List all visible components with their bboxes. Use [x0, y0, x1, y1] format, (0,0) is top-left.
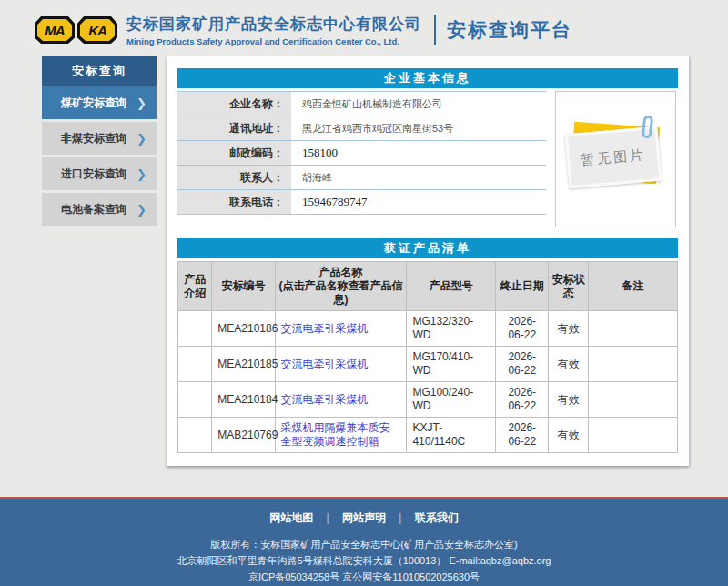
product-row: MEA210186 交流电牵引采煤机 MG132/320-WD 2026-06-… [178, 311, 678, 347]
products-table: 产品介绍 安标编号 产品名称 (点击产品名称查看产品信息) 产品型号 终止日期 … [177, 261, 678, 453]
link-separator: ｜ [395, 510, 406, 526]
company-photo-placeholder: 暂无图片 [555, 91, 676, 227]
org-names: 安标国家矿用产品安全标志中心有限公司 Mining Products Safet… [126, 14, 421, 46]
no-image-card: 暂无图片 [567, 121, 665, 192]
col-header-expiry: 终止日期 [496, 262, 549, 311]
platform-title: 安标查询平台 [447, 17, 572, 43]
product-name-link[interactable]: 交流电牵引采煤机 [281, 322, 369, 335]
cell-model: MG100/240-WD [407, 382, 496, 418]
company-name-value: 鸡西金恒矿山机械制造有限公司 [291, 92, 546, 116]
sidebar-item-battery-query[interactable]: 电池备案查询 ❯ [42, 193, 157, 226]
chevron-right-icon: ❯ [136, 167, 157, 181]
contact-phone-row: 联系电话： 15946789747 [177, 190, 546, 215]
chevron-right-icon: ❯ [136, 132, 157, 146]
sidebar-item-label: 进口安标查询 [42, 167, 136, 182]
ka-badge-label: KA [88, 23, 106, 38]
cell-expiry: 2026-06-22 [496, 382, 549, 418]
product-row: MEA210184 交流电牵引采煤机 MG100/240-WD 2026-06-… [178, 382, 678, 418]
cell-status: 有效 [549, 382, 589, 418]
field-label: 联系电话： [177, 190, 291, 214]
company-address-row: 通讯地址： 黑龙江省鸡西市鸡冠区南星街53号 [177, 116, 546, 141]
sidebar-title: 安标查询 [42, 56, 157, 86]
col-header-remark: 备注 [589, 262, 678, 311]
cell-status: 有效 [549, 311, 589, 347]
footer-link-sitemap[interactable]: 网站地图 [269, 510, 313, 526]
ma-badge-icon: MA [35, 16, 75, 44]
sidebar-item-import-query[interactable]: 进口安标查询 ❯ [42, 157, 157, 190]
org-name-en: Mining Products Safety Approval and Cert… [126, 36, 421, 46]
cell-intro [178, 311, 212, 347]
field-label: 联系人： [177, 166, 291, 189]
cell-expiry: 2026-06-22 [496, 418, 549, 453]
col-header-model: 产品型号 [407, 262, 496, 311]
cell-status: 有效 [549, 347, 589, 382]
contact-person-row: 联系人： 胡海峰 [177, 166, 546, 190]
cell-product-name: 交流电牵引采煤机 [275, 311, 407, 347]
contact-person-value: 胡海峰 [291, 166, 546, 189]
cell-model: MG132/320-WD [407, 311, 496, 347]
sidebar-item-label: 电池备案查询 [42, 202, 136, 217]
company-info-area: 企业名称： 鸡西金恒矿山机械制造有限公司 通讯地址： 黑龙江省鸡西市鸡冠区南星街… [177, 91, 678, 227]
field-label: 企业名称： [177, 92, 291, 116]
header-divider [434, 15, 436, 45]
chevron-right-icon: ❯ [136, 203, 157, 217]
ka-badge-icon: KA [77, 16, 117, 44]
site-footer: 网站地图 ｜ 网站声明 ｜ 联系我们 版权所有：安标国家矿用产品安全标志中心(矿… [0, 499, 728, 586]
sidebar-item-noncoal-query[interactable]: 非煤安标查询 ❯ [42, 122, 157, 155]
cell-remark [589, 418, 678, 453]
main-panel: 企业基本信息 企业名称： 鸡西金恒矿山机械制造有限公司 通讯地址： 黑龙江省鸡西… [167, 56, 689, 466]
link-separator: ｜ [322, 510, 333, 526]
cell-product-name: 交流电牵引采煤机 [275, 347, 407, 382]
cell-cert-no: MEA210185 [212, 347, 275, 382]
sidebar-item-label: 煤矿安标查询 [42, 96, 136, 111]
cell-model: MG170/410-WD [407, 347, 496, 382]
col-header-name-line2: (点击产品名称查看产品信息) [278, 279, 405, 307]
col-header-cert-no: 安标编号 [212, 262, 275, 311]
cell-remark [589, 347, 678, 382]
sidebar-item-coal-query[interactable]: 煤矿安标查询 ❯ [42, 86, 157, 119]
copyright-block: 版权所有：安标国家矿用产品安全标志中心(矿用产品安全标志办公室) 北京朝阳区和平… [0, 536, 728, 585]
col-header-name: 产品名称 (点击产品名称查看产品信息) [275, 262, 407, 311]
cell-intro [178, 418, 212, 453]
postal-code-value: 158100 [291, 141, 546, 165]
cell-intro [178, 382, 212, 418]
copyright-line-2: 北京朝阳区和平里青年沟路5号煤科总院安科大厦（100013） E-mail:aq… [0, 552, 728, 569]
cell-expiry: 2026-06-22 [496, 347, 549, 382]
chevron-right-icon: ❯ [136, 96, 157, 110]
sidebar: 安标查询 煤矿安标查询 ❯ 非煤安标查询 ❯ 进口安标查询 ❯ 电池备案查询 ❯ [42, 56, 157, 228]
no-image-text: 暂无图片 [580, 146, 646, 168]
col-header-intro: 产品介绍 [178, 262, 212, 311]
org-name-cn: 安标国家矿用产品安全标志中心有限公司 [126, 14, 421, 35]
postal-code-row: 邮政编码： 158100 [177, 141, 546, 166]
product-row: MEA210185 交流电牵引采煤机 MG170/410-WD 2026-06-… [178, 347, 678, 382]
product-name-link[interactable]: 交流电牵引采煤机 [281, 358, 369, 370]
footer-link-contact[interactable]: 联系我们 [415, 510, 459, 526]
site-header: MA KA 安标国家矿用产品安全标志中心有限公司 Mining Products… [35, 7, 572, 53]
sidebar-item-label: 非煤安标查询 [42, 131, 136, 146]
cell-remark [589, 382, 678, 418]
company-address-value: 黑龙江省鸡西市鸡冠区南星街53号 [291, 116, 546, 140]
footer-link-statement[interactable]: 网站声明 [342, 510, 386, 526]
products-section: 获证产品清单 产品介绍 安标编号 产品名称 (点击产品名称查看产品信息) 产品型… [177, 238, 678, 453]
cell-cert-no: MAB210769 [212, 418, 275, 453]
cell-product-name: 交流电牵引采煤机 [275, 382, 407, 418]
product-name-link[interactable]: 交流电牵引采煤机 [281, 393, 369, 406]
product-row: MAB210769 采煤机用隔爆兼本质安全型变频调速控制箱 KXJT-410/1… [178, 418, 678, 453]
products-header-row: 产品介绍 安标编号 产品名称 (点击产品名称查看产品信息) 产品型号 终止日期 … [178, 262, 678, 311]
company-name-row: 企业名称： 鸡西金恒矿山机械制造有限公司 [177, 92, 546, 116]
cell-cert-no: MEA210184 [212, 382, 275, 418]
page: MA KA 安标国家矿用产品安全标志中心有限公司 Mining Products… [0, 0, 728, 586]
cell-cert-no: MEA210186 [212, 311, 275, 347]
field-label: 邮政编码： [177, 141, 291, 165]
cell-model: KXJT-410/1140C [407, 418, 496, 453]
copyright-line-3: 京ICP备05034258号 京公网安备11010502025630号 [0, 569, 728, 585]
field-label: 通讯地址： [177, 116, 291, 140]
cell-status: 有效 [549, 418, 589, 453]
cell-remark [589, 311, 678, 347]
cell-expiry: 2026-06-22 [496, 311, 549, 347]
product-name-link[interactable]: 采煤机用隔爆兼本质安全型变频调速控制箱 [281, 421, 390, 448]
col-header-status: 安标状态 [549, 262, 589, 311]
footer-links: 网站地图 ｜ 网站声明 ｜ 联系我们 [0, 499, 728, 526]
company-info-table: 企业名称： 鸡西金恒矿山机械制造有限公司 通讯地址： 黑龙江省鸡西市鸡冠区南星街… [177, 91, 546, 227]
maka-logo: MA KA [35, 16, 117, 44]
